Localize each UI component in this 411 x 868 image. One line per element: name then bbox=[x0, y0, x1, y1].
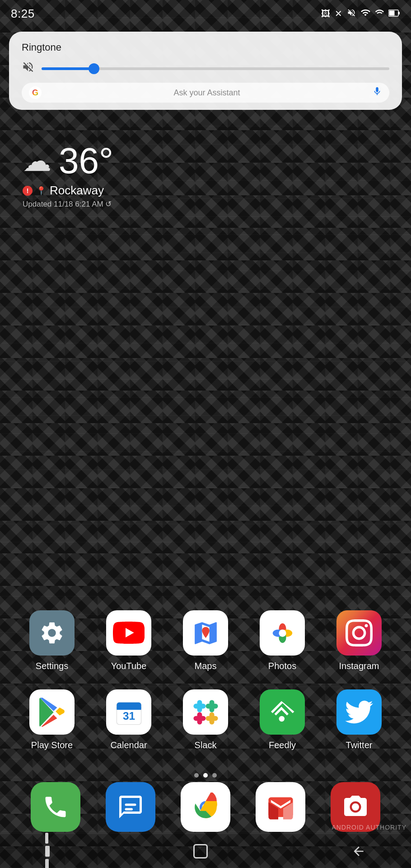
home-square-icon bbox=[193, 844, 208, 859]
page-indicator bbox=[0, 773, 411, 778]
slack-label: Slack bbox=[195, 740, 217, 750]
svg-rect-17 bbox=[206, 703, 218, 708]
svg-point-22 bbox=[279, 716, 285, 722]
dock-gmail[interactable] bbox=[256, 782, 305, 832]
app-photos[interactable]: Photos bbox=[253, 610, 312, 671]
volume-slider[interactable] bbox=[42, 67, 389, 70]
weather-city: Rockaway bbox=[50, 184, 104, 198]
status-time: 8:25 bbox=[11, 7, 35, 21]
instagram-label: Instagram bbox=[339, 661, 379, 671]
close-notification-icon: ✕ bbox=[335, 8, 342, 19]
status-icons: 🖼 ✕ bbox=[321, 8, 400, 20]
dock-messages[interactable] bbox=[106, 782, 155, 832]
svg-rect-19 bbox=[193, 716, 206, 721]
app-grid: Settings YouTube Maps bbox=[0, 610, 411, 769]
brand-watermark: ANDROID AUTHORITY bbox=[332, 824, 406, 831]
wifi-icon bbox=[360, 8, 370, 20]
youtube-label: YouTube bbox=[111, 661, 147, 671]
app-calendar[interactable]: 31 Calendar bbox=[99, 689, 158, 750]
volume-fill bbox=[42, 67, 94, 70]
dock-phone[interactable] bbox=[31, 782, 80, 832]
app-twitter[interactable]: Twitter bbox=[330, 689, 388, 750]
app-instagram[interactable]: Instagram bbox=[330, 610, 388, 671]
weather-temperature: 36° bbox=[59, 140, 113, 182]
volume-label: Ringtone bbox=[22, 42, 389, 53]
page-dot-1 bbox=[194, 773, 199, 778]
settings-label: Settings bbox=[36, 661, 68, 671]
feedly-icon bbox=[260, 689, 305, 735]
app-maps[interactable]: Maps bbox=[176, 610, 235, 671]
weather-main: ☁ 36° bbox=[23, 140, 113, 182]
home-button[interactable] bbox=[193, 844, 208, 859]
calendar-label: Calendar bbox=[110, 740, 147, 750]
volume-slider-row[interactable] bbox=[22, 61, 389, 76]
page-dot-2 bbox=[203, 773, 208, 778]
calendar-icon: 31 bbox=[106, 689, 151, 735]
maps-label: Maps bbox=[195, 661, 217, 671]
app-row-2: Play Store 31 Calendar bbox=[14, 689, 397, 750]
svg-rect-15 bbox=[193, 703, 206, 708]
maps-icon bbox=[183, 610, 228, 656]
weather-pin-icon: 📍 bbox=[36, 186, 46, 196]
weather-updated: Updated 11/18 6:21 AM ↺ bbox=[23, 199, 113, 209]
photos-label: Photos bbox=[268, 661, 296, 671]
youtube-icon bbox=[106, 610, 151, 656]
feedly-label: Feedly bbox=[269, 740, 296, 750]
weather-widget[interactable]: ☁ 36° ! 📍 Rockaway Updated 11/18 6:21 AM… bbox=[23, 140, 113, 209]
weather-cloud-icon: ☁ bbox=[23, 144, 51, 178]
svg-text:31: 31 bbox=[122, 709, 135, 722]
dock-chrome[interactable] bbox=[181, 782, 230, 832]
assistant-placeholder: Ask your Assistant bbox=[46, 88, 368, 98]
svg-rect-24 bbox=[125, 808, 133, 811]
google-assistant-bar[interactable]: G Ask your Assistant bbox=[22, 83, 389, 103]
page-dot-3 bbox=[212, 773, 217, 778]
weather-refresh-icon: ↺ bbox=[105, 200, 112, 208]
slack-icon bbox=[183, 689, 228, 735]
volume-card: Ringtone G Ask your Assistant bbox=[9, 32, 402, 110]
twitter-icon bbox=[336, 689, 382, 735]
photos-icon bbox=[260, 610, 305, 656]
weather-alert-icon: ! bbox=[23, 186, 33, 196]
navigation-bar bbox=[0, 834, 411, 868]
mute-button[interactable] bbox=[22, 61, 34, 76]
image-notification-icon: 🖼 bbox=[321, 9, 330, 19]
instagram-icon bbox=[336, 610, 382, 656]
status-bar: 8:25 🖼 ✕ bbox=[0, 0, 411, 27]
app-slack[interactable]: Slack bbox=[176, 689, 235, 750]
svg-point-9 bbox=[279, 629, 286, 637]
app-settings[interactable]: Settings bbox=[23, 610, 81, 671]
settings-icon bbox=[29, 610, 75, 656]
svg-rect-23 bbox=[125, 804, 136, 806]
svg-rect-1 bbox=[389, 10, 395, 15]
playstore-label: Play Store bbox=[31, 740, 73, 750]
svg-rect-2 bbox=[398, 12, 400, 14]
playstore-icon bbox=[29, 689, 75, 735]
mute-icon bbox=[347, 8, 356, 19]
app-youtube[interactable]: YouTube bbox=[99, 610, 158, 671]
app-feedly[interactable]: Feedly bbox=[253, 689, 312, 750]
battery-icon bbox=[388, 9, 400, 19]
assistant-mic-icon[interactable] bbox=[372, 86, 382, 99]
twitter-label: Twitter bbox=[346, 740, 373, 750]
volume-thumb[interactable] bbox=[89, 63, 99, 74]
app-playstore[interactable]: Play Store bbox=[23, 689, 81, 750]
signal-icon bbox=[375, 8, 384, 19]
back-button[interactable] bbox=[45, 833, 50, 868]
recents-button[interactable] bbox=[351, 844, 366, 859]
weather-location-row: ! 📍 Rockaway bbox=[23, 184, 113, 198]
app-row-1: Settings YouTube Maps bbox=[14, 610, 397, 671]
google-logo: G bbox=[29, 86, 42, 99]
svg-rect-21 bbox=[206, 716, 218, 721]
